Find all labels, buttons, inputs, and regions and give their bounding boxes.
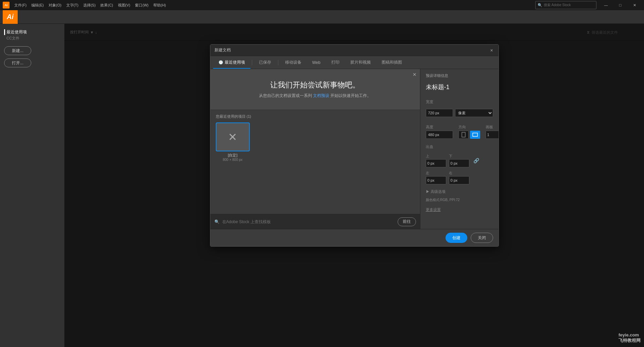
direction-group: 方向 xyxy=(458,122,480,139)
title-bar-logo: Ai xyxy=(3,2,10,9)
bleed-top-field: 上 xyxy=(426,154,446,167)
bleed-top-label: 上 xyxy=(426,154,446,159)
bleed-link-icon[interactable]: 🔗 xyxy=(472,156,481,165)
window-close-button[interactable]: ✕ xyxy=(628,1,641,9)
orientation-group xyxy=(458,131,480,139)
dialog-title: 新建文档 xyxy=(214,47,231,53)
landscape-icon xyxy=(472,133,478,137)
open-button[interactable]: 打开... xyxy=(4,59,31,67)
bleed-left-label: 左 xyxy=(426,171,446,176)
menu-file[interactable]: 文件(F) xyxy=(12,2,29,9)
menu-window[interactable]: 窗口(W) xyxy=(133,2,151,9)
menu-edit[interactable]: 编辑(E) xyxy=(29,2,46,9)
content-area: 按打开时间 ▼ ↓ ⧖ 新建文档 × 🕐 xyxy=(65,24,644,347)
bleed-left-right-group: 左 右 xyxy=(426,171,493,184)
dialog-left-panel: ✕ 让我们开始尝试新事物吧。 从您自己的文档设置或一系列 文档预设 开始以快速开… xyxy=(210,69,420,229)
hero-subtitle: 从您自己的文档设置或一系列 文档预设 开始以快速开始工作。 xyxy=(219,93,412,99)
stock-search-box[interactable]: 🔍 搜索 Adobe Stock xyxy=(535,1,596,9)
more-settings-link[interactable]: 更多设置 xyxy=(426,207,493,212)
close-dialog-button[interactable]: 关闭 xyxy=(471,233,493,243)
window-controls: — □ ✕ xyxy=(599,1,641,9)
artboard-group: 画板 xyxy=(486,122,499,139)
height-direction-row: 高度 方向 xyxy=(426,122,493,139)
height-input[interactable] xyxy=(426,131,453,139)
menu-object[interactable]: 对象(O) xyxy=(47,2,64,9)
new-button[interactable]: 新建... xyxy=(4,46,31,55)
tab-mobile[interactable]: 移动设备 xyxy=(280,56,307,69)
menu-help[interactable]: 帮助(H) xyxy=(151,2,168,9)
bleed-bottom-input[interactable] xyxy=(449,159,469,167)
maximize-button[interactable]: □ xyxy=(613,1,627,9)
main-area: 最近使用项 CC文件 新建... 打开... 按打开时间 ▼ ↓ ⧖ 新建文档 xyxy=(0,24,644,347)
stock-search-input[interactable] xyxy=(222,219,395,224)
svg-rect-0 xyxy=(462,132,465,137)
title-bar-menu: 文件(F) 编辑(E) 对象(O) 文字(T) 选择(S) 效果(C) 视图(V… xyxy=(12,2,168,9)
bleed-right-label: 右 xyxy=(449,171,469,176)
width-label: 宽度 xyxy=(426,99,493,104)
sidebar-cc-title: CC文件 xyxy=(4,36,60,41)
hero-close-button[interactable]: ✕ xyxy=(413,72,417,77)
menu-view[interactable]: 视图(V) xyxy=(116,2,133,9)
unit-select[interactable]: 像素 xyxy=(455,109,493,117)
dialog-tabs: 🕐 最近使用项 已保存 移动设备 Web 打印 xyxy=(210,56,499,69)
landscape-button[interactable] xyxy=(470,131,480,139)
title-bar-right: 🔍 搜索 Adobe Stock — □ ✕ xyxy=(535,1,641,9)
create-button[interactable]: 创建 xyxy=(446,233,467,243)
watermark: feyie.com 飞特教程网 xyxy=(619,332,641,344)
recent-item-preview: ✕ xyxy=(216,122,250,151)
new-document-dialog: 新建文档 × 🕐 最近使用项 已保存 移动设备 xyxy=(210,44,499,247)
dialog-body: ✕ 让我们开始尝试新事物吧。 从您自己的文档设置或一系列 文档预设 开始以快速开… xyxy=(210,69,499,229)
list-item[interactable]: ✕ [自定] 800 × 800 px xyxy=(216,122,250,162)
portrait-icon xyxy=(462,132,466,137)
menu-effect[interactable]: 效果(C) xyxy=(98,2,115,9)
portrait-button[interactable] xyxy=(458,131,469,139)
tab-web[interactable]: Web xyxy=(307,57,326,68)
artboard-stepper[interactable] xyxy=(486,131,499,139)
menu-text[interactable]: 文字(T) xyxy=(64,2,81,9)
dialog-search-bar: 🔍 前往 xyxy=(210,214,420,229)
bleed-bottom-label: 下 xyxy=(449,154,469,159)
tab-art[interactable]: 图稿和插图 xyxy=(376,56,407,69)
recent-section-title: 您最近使用的项目 (1) xyxy=(216,114,415,119)
tab-divider-1 xyxy=(252,60,252,65)
tab-divider-2 xyxy=(278,60,278,65)
color-mode-info: 颜色模式:RGB, PPI:72 xyxy=(426,198,493,202)
file-icon: ✕ xyxy=(228,131,237,144)
bleed-top-input[interactable] xyxy=(426,159,446,167)
main-toolbar: Ai xyxy=(0,10,644,24)
tab-saved[interactable]: 已保存 xyxy=(254,56,277,69)
recent-section: 您最近使用的项目 (1) ✕ [自定] 800 × 800 px xyxy=(210,110,420,214)
recent-item-name: [自定] xyxy=(216,153,250,158)
search-icon: 🔍 xyxy=(214,219,220,224)
dialog-close-button[interactable]: × xyxy=(489,48,494,53)
bleed-label: 出血 xyxy=(426,144,493,149)
tab-film[interactable]: 胶片和视频 xyxy=(345,56,376,69)
tab-print[interactable]: 打印 xyxy=(326,56,345,69)
hero-banner: ✕ 让我们开始尝试新事物吧。 从您自己的文档设置或一系列 文档预设 开始以快速开… xyxy=(210,69,420,110)
minimize-button[interactable]: — xyxy=(599,1,613,9)
search-placeholder: 搜索 Adobe Stock xyxy=(544,3,571,7)
menu-select[interactable]: 选择(S) xyxy=(81,2,98,9)
clock-icon: 🕐 xyxy=(219,60,223,65)
hero-title: 让我们开始尝试新事物吧。 xyxy=(219,80,412,90)
tab-recent[interactable]: 🕐 最近使用项 xyxy=(213,56,250,69)
sidebar: 最近使用项 CC文件 新建... 打开... xyxy=(0,24,65,347)
bleed-top-bottom-group: 上 下 🔗 xyxy=(426,154,493,167)
modal-overlay: 新建文档 × 🕐 最近使用项 已保存 移动设备 xyxy=(65,24,644,347)
search-icon: 🔍 xyxy=(538,3,542,7)
artboard-input[interactable] xyxy=(486,133,499,137)
height-label: 高度 xyxy=(426,125,453,130)
dialog-right-panel: 预设详细信息 未标题-1 宽度 像素 高度 xyxy=(420,69,499,229)
goto-button[interactable]: 前往 xyxy=(398,217,416,226)
width-input[interactable] xyxy=(426,109,453,117)
bleed-left-input[interactable] xyxy=(426,176,446,184)
sidebar-recent-title: 最近使用项 xyxy=(4,29,60,35)
dialog-footer: 创建 关闭 xyxy=(210,229,499,246)
bleed-right-input[interactable] xyxy=(449,176,469,184)
advanced-toggle[interactable]: ▶ 高级选项 xyxy=(426,189,493,194)
svg-rect-1 xyxy=(473,133,477,136)
bleed-right-field: 右 xyxy=(449,171,469,184)
artboard-label: 画板 xyxy=(486,125,499,130)
height-group: 高度 xyxy=(426,122,453,139)
doc-presets-link[interactable]: 文档预设 xyxy=(313,93,329,98)
